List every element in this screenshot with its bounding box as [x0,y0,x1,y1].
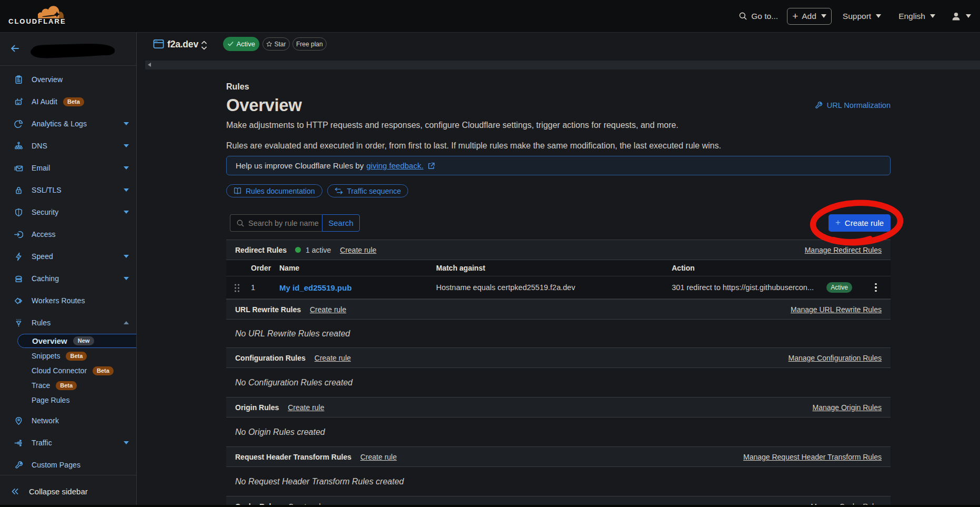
feedback-link[interactable]: giving feedback. [366,161,423,170]
account-row [0,33,136,66]
section-title: Configuration Rules [235,354,306,362]
sidebar-item-analytics[interactable]: Analytics & Logs [0,113,136,135]
beta-badge: Beta [63,97,84,106]
create-rule-link[interactable]: Create rule [288,403,324,412]
drag-handle-icon[interactable] [234,283,240,293]
description-paragraph-1: Make adjustments to HTTP requests and re… [226,120,891,130]
sidebar-item-network[interactable]: Network [0,410,136,432]
section-header-origin-rules: Origin Rules Create rule Manage Origin R… [226,397,891,417]
docs-button-label: Rules documentation [246,187,315,195]
chevron-down-icon [124,166,129,170]
create-rule-button[interactable]: + Create rule [829,214,891,232]
sidebar-subitem-cloud-connector[interactable]: Cloud Connector Beta [0,363,136,378]
sidebar-subitem-page-rules[interactable]: Page Rules [0,393,136,407]
traffic-sequence-button[interactable]: Traffic sequence [327,184,409,197]
sidebar-item-workers-routes[interactable]: Workers Routes [0,290,136,312]
rule-sections: Redirect Rules 1 active Create rule Mana… [226,240,891,507]
sidebar-item-label: Traffic [32,439,52,447]
kebab-menu-icon[interactable] [873,282,878,293]
support-menu[interactable]: Support [843,12,881,21]
search-button[interactable]: Search [322,214,360,232]
goto-label: Go to... [751,12,778,21]
section-title: URL Rewrite Rules [235,305,301,314]
cloudflare-wordmark: CLOUDFLARE [8,17,66,25]
plan-badge[interactable]: Free plan [292,37,327,51]
sidebar-item-overview[interactable]: Overview [0,68,136,91]
create-rule-link[interactable]: Create rule [360,453,397,461]
account-name-redaction [24,43,117,61]
login-arrow-icon [14,230,23,239]
sidebar-item-dns[interactable]: DNS [0,135,136,157]
sidebar-item-speed[interactable]: Speed [0,245,136,267]
traffic-button-label: Traffic sequence [347,187,401,195]
rule-name-link[interactable]: My id_ed25519.pub [279,283,352,292]
back-arrow-icon[interactable] [10,44,19,53]
chevron-down-icon [124,144,129,147]
beta-badge: Beta [66,352,87,361]
sidebar-item-security[interactable]: Security [0,201,136,223]
sidebar-item-label: Rules [32,319,50,327]
sort-chevrons-icon[interactable] [200,40,208,51]
sidebar-subitem-overview-selected[interactable]: Overview New [17,334,137,348]
manage-rules-link[interactable]: Manage Request Header Transform Rules [743,453,882,461]
horizontal-scrollbar[interactable] [145,61,980,69]
cloudflare-logo[interactable]: CLOUDFLARE [8,3,66,30]
rule-search-input[interactable] [248,219,321,227]
manage-rules-link[interactable]: Manage Origin Rules [812,403,882,412]
sidebar-subitem-snippets[interactable]: Snippets Beta [0,349,136,363]
section-title: Origin Rules [235,403,279,412]
scroll-left-arrow-icon [148,63,151,67]
sidebar-item-label: Custom Pages [32,461,80,469]
manage-rules-link[interactable]: Manage Configuration Rules [789,354,882,362]
swap-arrows-icon [335,187,343,194]
sidebar-item-label: Email [32,164,50,172]
collapse-sidebar-button[interactable]: Collapse sidebar [0,475,136,507]
language-menu[interactable]: English [898,12,935,21]
rule-action: 301 redirect to https://gist.githubuserc… [672,283,826,292]
goto-search[interactable]: Go to... [739,12,778,21]
sidebar-item-ai-audit[interactable]: AI Audit Beta [0,91,136,113]
star-button[interactable]: Star [262,37,290,51]
check-icon [227,41,234,47]
rules-documentation-button[interactable]: Rules documentation [226,184,322,197]
chevron-down-icon [124,188,129,192]
new-badge: New [73,336,95,345]
add-button[interactable]: + Add [787,8,832,25]
plus-icon: + [792,11,798,21]
sidebar-nav: Overview AI Audit Beta Analytics & Logs [0,66,136,476]
subitem-label: Page Rules [32,396,69,404]
user-menu[interactable] [951,12,971,21]
plan-label: Free plan [296,41,323,48]
create-rule-link[interactable]: Create rule [310,305,346,314]
language-label: English [898,12,925,21]
create-rule-link[interactable]: Create rule [340,246,376,254]
map-pin-icon [14,416,23,425]
user-icon [951,12,961,21]
sidebar-item-traffic[interactable]: Traffic [0,432,136,454]
sidebar-item-caching[interactable]: Caching [0,267,136,290]
collapse-chevrons-icon [11,488,19,495]
sidebar-item-custom-pages[interactable]: Custom Pages [0,454,136,476]
feedback-banner: Help us improve Cloudflare Rules by givi… [226,156,891,175]
chevron-down-icon [124,255,129,258]
robot-icon [14,97,23,106]
sidebar-item-ssl-tls[interactable]: SSL/TLS [0,179,136,201]
url-normalization-link[interactable]: URL Normalization [814,101,891,110]
sidebar-subitem-trace[interactable]: Trace Beta [0,378,136,393]
section-header-request-header-rules: Request Header Transform Rules Create ru… [226,446,891,467]
sidebar-item-label: Access [32,230,56,238]
wrench-icon [14,461,23,470]
chevron-down-icon [124,122,129,125]
active-count: 1 active [306,246,331,254]
sidebar-item-email[interactable]: Email [0,157,136,179]
url-normalization-label: URL Normalization [827,101,891,110]
manage-rules-link[interactable]: Manage Redirect Rules [805,246,882,254]
topbar: CLOUDFLARE Go to... + Add Support Englis… [0,0,980,33]
sidebar-item-rules[interactable]: Rules [0,312,136,334]
sidebar-item-access[interactable]: Access [0,223,136,245]
code-brackets-icon [14,296,23,305]
empty-state-origin: No Origin Rules created [226,417,891,446]
create-rule-link[interactable]: Create rule [315,354,351,362]
manage-rules-link[interactable]: Manage URL Rewrite Rules [791,305,882,314]
breadcrumb: Rules [226,83,891,91]
